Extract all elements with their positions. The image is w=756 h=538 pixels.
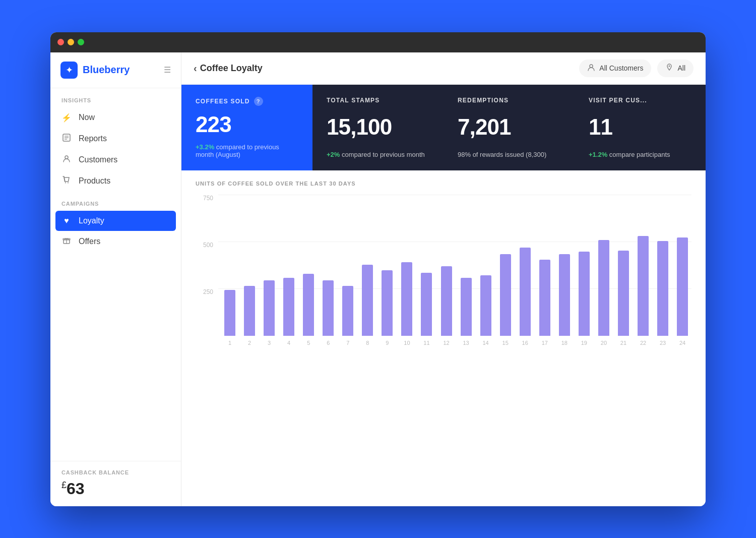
stat-total-stamps: TOTAL STAMPS 15,100 +2% compared to prev…	[312, 85, 444, 170]
bar-12[interactable]	[441, 266, 452, 336]
cashback-value: £63	[61, 480, 170, 498]
x-label-22: 22	[634, 340, 652, 346]
person-icon	[587, 64, 595, 73]
total-stamps-positive: +2%	[327, 151, 340, 158]
sidebar-item-offers-label: Offers	[79, 237, 100, 246]
bar-group-22	[634, 236, 652, 336]
bar-17[interactable]	[539, 260, 550, 336]
redemptions-value: 7,201	[458, 116, 560, 138]
bar-20[interactable]	[598, 240, 609, 336]
bar-10[interactable]	[401, 262, 412, 336]
bar-19[interactable]	[579, 252, 590, 335]
coffees-sold-positive: +3.2%	[196, 143, 214, 151]
x-label-17: 17	[536, 340, 554, 346]
sidebar-item-reports[interactable]: Reports	[50, 128, 181, 149]
brand-icon: ✦	[60, 62, 78, 79]
products-icon	[61, 176, 72, 186]
brand-name: Blueberry	[83, 64, 130, 76]
location-filter[interactable]: All	[657, 59, 694, 77]
bar-22[interactable]	[638, 236, 649, 336]
x-label-12: 12	[437, 340, 456, 346]
bar-group-15	[496, 254, 515, 335]
total-stamps-sub: +2% compared to previous month	[327, 151, 429, 158]
x-label-8: 8	[358, 340, 376, 346]
back-button[interactable]: ‹ Coffee Loyalty	[194, 63, 263, 74]
svg-point-5	[65, 182, 66, 183]
visit-per-customer-title: VISIT PER CUS...	[589, 97, 691, 104]
bar-14[interactable]	[480, 275, 491, 336]
bar-23[interactable]	[657, 241, 668, 335]
x-axis: 123456789101112131415161718192021222324	[221, 340, 691, 346]
bar-15[interactable]	[500, 254, 511, 335]
close-button[interactable]	[57, 39, 64, 45]
bar-18[interactable]	[559, 254, 570, 335]
topbar-filters: All Customers All	[579, 59, 694, 77]
sidebar-item-now[interactable]: ⚡ Now	[50, 107, 181, 128]
customers-icon	[61, 155, 72, 165]
x-label-11: 11	[417, 340, 435, 346]
bar-group-24	[673, 237, 691, 336]
bar-7[interactable]	[342, 286, 353, 336]
customers-filter[interactable]: All Customers	[579, 59, 651, 77]
minimize-button[interactable]	[68, 39, 74, 45]
x-label-10: 10	[398, 340, 416, 346]
campaigns-section-label: CAMPAIGNS	[50, 192, 181, 211]
cashback-section: CASHBACK BALANCE £63	[50, 461, 181, 506]
x-label-16: 16	[516, 340, 534, 346]
bar-2[interactable]	[244, 286, 255, 336]
sidebar-header: ✦ Blueberry ☰	[50, 52, 181, 88]
sidebar: ✦ Blueberry ☰ INSIGHTS ⚡ Now	[50, 52, 181, 506]
bar-1[interactable]	[224, 290, 235, 336]
lightning-icon: ⚡	[61, 113, 72, 123]
chart-container: 750 500 250 123	[196, 195, 691, 366]
x-label-15: 15	[496, 340, 515, 346]
sidebar-item-products-label: Products	[79, 176, 110, 186]
bar-group-1	[221, 290, 239, 336]
x-label-20: 20	[595, 340, 613, 346]
x-label-9: 9	[378, 340, 396, 346]
bar-group-20	[595, 240, 613, 336]
bar-group-4	[280, 278, 298, 335]
svg-point-10	[590, 65, 593, 68]
stats-row: COFFEES SOLD ? 223 +3.2% compared to pre…	[181, 85, 706, 170]
redemptions-sub: 98% of rewards issued (8,300)	[458, 151, 560, 158]
sidebar-item-offers[interactable]: Offers	[50, 231, 181, 252]
bar-group-5	[299, 274, 318, 335]
x-label-2: 2	[240, 340, 259, 346]
collapse-sidebar-button[interactable]: ☰	[164, 65, 171, 75]
sidebar-item-products[interactable]: Products	[50, 170, 181, 192]
back-arrow-icon: ‹	[194, 63, 197, 74]
bar-13[interactable]	[461, 278, 472, 335]
fullscreen-button[interactable]	[78, 39, 84, 45]
bar-6[interactable]	[323, 280, 334, 335]
bar-8[interactable]	[362, 265, 373, 335]
page-title: Coffee Loyalty	[200, 63, 263, 74]
app-body: ✦ Blueberry ☰ INSIGHTS ⚡ Now	[50, 52, 706, 506]
bar-group-9	[378, 270, 396, 336]
topbar: ‹ Coffee Loyalty All Customers	[181, 52, 706, 85]
chart-section: UNITS OF COFFEE SOLD OVER THE LAST 30 DA…	[181, 170, 706, 506]
bar-9[interactable]	[382, 270, 393, 336]
help-icon[interactable]: ?	[254, 97, 263, 106]
bar-group-21	[614, 251, 633, 336]
coffees-sold-sub: +3.2% compared to previous month (August…	[196, 143, 298, 158]
bar-group-23	[654, 241, 672, 335]
visit-per-customer-positive: +1.2%	[589, 151, 607, 158]
sidebar-item-customers[interactable]: Customers	[50, 149, 181, 170]
x-label-21: 21	[614, 340, 633, 346]
bar-5[interactable]	[303, 274, 314, 335]
bar-3[interactable]	[264, 280, 275, 335]
x-label-24: 24	[673, 340, 691, 346]
sidebar-item-loyalty[interactable]: ♥ Loyalty	[55, 211, 176, 231]
y-axis: 750 500 250	[196, 195, 213, 336]
bar-24[interactable]	[677, 237, 688, 336]
bar-group-10	[398, 262, 416, 336]
sidebar-item-customers-label: Customers	[79, 155, 117, 164]
bar-4[interactable]	[283, 278, 294, 335]
total-stamps-title: TOTAL STAMPS	[327, 97, 429, 104]
x-label-3: 3	[260, 340, 278, 346]
x-label-23: 23	[654, 340, 672, 346]
bar-21[interactable]	[618, 251, 629, 336]
bar-16[interactable]	[520, 248, 531, 335]
bar-11[interactable]	[421, 273, 432, 336]
